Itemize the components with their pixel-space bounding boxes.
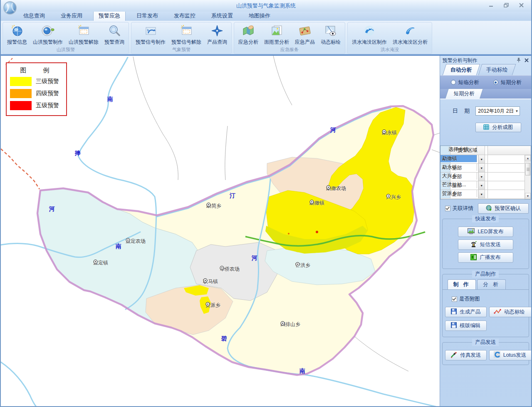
township-cell[interactable]: 勐永镇	[440, 164, 477, 171]
river-label: 碧	[221, 335, 227, 343]
river-label: 汀	[230, 192, 235, 200]
chevron-down-icon[interactable]: ▼	[478, 190, 485, 198]
sms-send-button[interactable]: 短信发送	[458, 239, 513, 250]
ribbon-group-caption: 山洪预警	[4, 46, 127, 54]
flood-area-analysis-button[interactable]: 洪水淹没区分析	[390, 23, 431, 46]
ribbon-group-caption: 应急服务	[235, 46, 344, 54]
water-swirl-icon	[363, 24, 376, 37]
close-button[interactable]	[517, 2, 525, 8]
attach-map-checkbox[interactable]	[452, 296, 457, 302]
radio-shortterm-nowcast[interactable]: 短临分析	[451, 79, 479, 86]
compass-icon	[210, 24, 224, 37]
tab-make[interactable]: 制 作	[448, 279, 476, 289]
template-edit-button[interactable]: 模版编辑	[445, 321, 487, 331]
map-legend: 图 例 三级预警 四级预警 五级预警	[6, 62, 67, 116]
lotus-send-button[interactable]: Lotus发送	[489, 350, 531, 360]
minimize-button[interactable]	[487, 2, 495, 8]
emergency-product-button[interactable]: 应急产品	[292, 23, 318, 46]
phone-icon	[470, 241, 477, 249]
river-label: 河	[252, 254, 257, 262]
tab-auto-analysis[interactable]: 自动分析	[442, 64, 480, 75]
signal-make-icon	[144, 24, 157, 37]
chevron-down-icon[interactable]: ▼	[478, 181, 485, 190]
township-cell[interactable]: 芒洪拉祜...	[440, 181, 477, 188]
attach-map-row: 是否附图	[452, 296, 529, 303]
table-row[interactable]: 大兴乡 全部▼	[440, 173, 525, 181]
panel-title: 预警分析与制作	[443, 57, 517, 64]
alarm-info-button[interactable]: 报警信息	[4, 23, 30, 46]
app-window: 山洪预警与气象监测系统 信息查询 业务应用 预警应急 日常发布 发布监控 系统设…	[0, 0, 532, 407]
scroll-up-icon[interactable]: ▲	[525, 155, 531, 161]
product-query-button[interactable]: 产品查询	[204, 23, 230, 46]
menu-tab-map-operation[interactable]: 地图操作	[244, 11, 275, 21]
picture-eye-icon	[324, 24, 337, 37]
legend-swatch-level3	[10, 77, 32, 86]
table-header-row: 选择乡镇 预警区域	[440, 146, 531, 155]
legend-item: 三级预警	[10, 77, 63, 86]
related-detail-checkbox[interactable]	[445, 206, 450, 211]
emergency-analysis-button[interactable]: 应急分析	[235, 23, 261, 46]
ribbon-group-caption: 气象预警	[133, 46, 230, 54]
date-dropdown[interactable]: 2012年10月 2日 ▼	[475, 106, 520, 116]
town-label: 勐永镇	[382, 129, 397, 136]
product-send-title: 产品发送	[472, 339, 499, 346]
rainfall-picture-icon	[270, 24, 283, 37]
table-row[interactable]: ▶ 勐撒镇 全部▼	[440, 155, 525, 164]
table-row[interactable]: 勐永镇 全部▼	[440, 164, 525, 173]
panel-header: 预警分析与制作	[440, 56, 531, 64]
signal-make-button[interactable]: 预警信号制作	[133, 23, 168, 46]
led-screen-icon	[468, 228, 475, 235]
menu-tab-publish-monitor[interactable]: 发布监控	[169, 11, 200, 21]
menu-tab-warning-emergency[interactable]: 预警应急	[93, 10, 126, 21]
product-send-group: 产品发送 传真发送 Lotus发送	[442, 342, 529, 365]
dynamic-plot-button[interactable]: 动态标绘	[318, 23, 344, 46]
township-cell[interactable]: 大兴乡	[440, 173, 477, 180]
related-detail-label: 关联详情	[453, 205, 478, 212]
analyze-to-map-button[interactable]: 分析成图	[475, 123, 521, 132]
subtab-short-term[interactable]: 短期分析	[445, 89, 483, 99]
lotus-c-icon	[494, 351, 500, 359]
map-canvas[interactable]: 图 例 三级预警 四级预警 五级预警 勐永镇 勐撒农场 大兴乡 勐撒镇 勐简	[1, 56, 440, 407]
chevron-down-icon: ▼	[515, 109, 518, 113]
chevron-down-icon[interactable]: ▼	[478, 173, 485, 181]
chevron-down-icon[interactable]: ▼	[478, 164, 485, 172]
township-cell[interactable]: 勐撒镇	[440, 155, 477, 162]
chevron-down-icon[interactable]: ▼	[478, 155, 485, 163]
fax-send-button[interactable]: 传真发送	[445, 350, 487, 360]
panel-close-icon[interactable]	[525, 57, 529, 64]
table-row[interactable]: 芒洪拉祜... 全部▼	[440, 181, 525, 190]
rainfall-analysis-button[interactable]: 面雨里分析	[261, 23, 292, 46]
river-label: 河	[49, 205, 55, 213]
radio-shortterm-forecast[interactable]: 短期分析	[493, 79, 522, 86]
broadcast-publish-button[interactable]: 广播发布	[458, 252, 513, 263]
flood-warning-make-icon	[41, 24, 54, 37]
led-publish-button[interactable]: LED屏发布	[458, 227, 513, 237]
generate-product-button[interactable]: 生成产品	[445, 307, 487, 317]
menu-tab-daily-publish[interactable]: 日常发布	[131, 11, 163, 21]
menu-tab-business[interactable]: 业务应用	[56, 11, 87, 21]
product-make-title: 产品制作	[472, 271, 499, 278]
township-table: 选择乡镇 预警区域 ▶ 勐撒镇 全部▼	[440, 146, 531, 200]
tab-analysis[interactable]: 分 析	[477, 279, 505, 289]
flood-warning-make-button[interactable]: 山洪预警制作	[30, 23, 66, 46]
township-cell[interactable]: 贺派乡	[440, 190, 477, 197]
flood-warning-cancel-button[interactable]: 山洪预警解除	[66, 23, 101, 46]
scroll-down-icon[interactable]: ▼	[525, 193, 531, 199]
town-label: 贺派乡	[205, 302, 220, 309]
scrollbar-thumb[interactable]	[525, 163, 530, 175]
menu-tab-info-query[interactable]: 信息查询	[18, 11, 50, 21]
table-row[interactable]: 贺派乡 全部▼	[440, 190, 525, 199]
clipped-column	[485, 146, 488, 155]
floppy-disk-icon	[451, 308, 457, 316]
legend-swatch-level5	[10, 101, 32, 110]
dynamic-plot-panel-button[interactable]: 动态标绘	[489, 307, 531, 317]
menu-tab-system-settings[interactable]: 系统设置	[206, 11, 238, 21]
pin-icon[interactable]	[517, 57, 521, 64]
signal-cancel-button[interactable]: 预警信号解除	[168, 23, 204, 46]
warning-query-button[interactable]: 预警查询	[101, 23, 127, 46]
confirm-warning-area-button[interactable]: 预警区确认	[478, 203, 529, 214]
table-scrollbar[interactable]: ▲ ▼	[525, 155, 531, 199]
restore-button[interactable]	[502, 2, 510, 8]
flood-area-make-button[interactable]: 洪水淹没区制作	[349, 23, 390, 46]
tab-manual-plot[interactable]: 手动标绘	[478, 64, 516, 75]
